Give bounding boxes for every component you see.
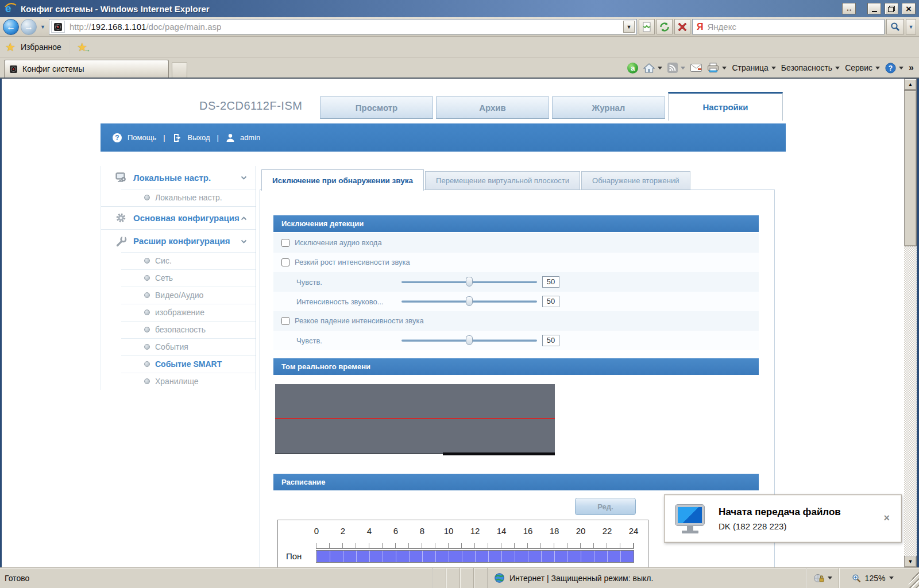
- logout-link[interactable]: Выход: [188, 133, 210, 142]
- logout-icon[interactable]: [172, 133, 183, 143]
- main-tab-3[interactable]: Настройки: [668, 92, 783, 121]
- device-model: DS-2CD6112F-ISM: [199, 99, 302, 113]
- slider-value-input[interactable]: 50: [542, 335, 559, 346]
- slider-value-input[interactable]: 50: [542, 296, 559, 307]
- main-tab-1[interactable]: Архив: [436, 96, 549, 119]
- print-button[interactable]: [707, 63, 727, 73]
- help-circle-icon[interactable]: ?: [112, 133, 122, 143]
- resize-button[interactable]: ↔: [842, 3, 856, 14]
- sidebar-item-0-0[interactable]: Локальные настр.: [101, 189, 256, 206]
- monitor-icon: [115, 172, 128, 183]
- content-tab-1[interactable]: Перемещение виртуальной плоскости: [425, 171, 580, 190]
- history-dropdown-icon[interactable]: ▼: [40, 24, 45, 30]
- checkbox-label: Исключения аудио входа: [295, 238, 382, 247]
- search-button[interactable]: [886, 19, 904, 34]
- resize-grip[interactable]: [906, 568, 919, 588]
- feeds-button[interactable]: [667, 63, 685, 73]
- checkbox-0[interactable]: [281, 239, 289, 247]
- menu-security[interactable]: Безопасность: [781, 63, 840, 72]
- sidebar-item-2-5[interactable]: События: [101, 338, 256, 355]
- help-button[interactable]: ?: [885, 63, 903, 74]
- slider-thumb[interactable]: [466, 277, 473, 287]
- back-button[interactable]: ←: [3, 19, 19, 35]
- change-view-pane[interactable]: [806, 568, 839, 588]
- slider-value-input[interactable]: 50: [542, 276, 559, 288]
- vertical-scrollbar[interactable]: ▲ ▼: [904, 79, 917, 567]
- restore-icon: [888, 6, 895, 12]
- avast-icon[interactable]: a: [627, 63, 638, 74]
- sidebar-group-0[interactable]: Локальные настр.: [101, 166, 256, 189]
- sidebar-group-2[interactable]: Расшир конфигурация: [101, 229, 256, 252]
- section-header-detection: Исключения детекции: [273, 215, 759, 232]
- forward-button[interactable]: →: [21, 19, 37, 35]
- content-tab-0[interactable]: Исключение при обнаружении звука: [261, 169, 424, 191]
- schedule-bar[interactable]: [316, 550, 634, 563]
- scrollbar-thumb[interactable]: [904, 90, 917, 246]
- browser-tab[interactable]: Конфиг системы: [4, 60, 169, 78]
- home-button[interactable]: [643, 63, 662, 73]
- slider-label: Чувств.: [296, 278, 397, 287]
- home-dropdown-icon[interactable]: [658, 67, 662, 69]
- sidebar-item-2-2[interactable]: Видео/Аудио: [101, 287, 256, 304]
- sidebar-item-2-1[interactable]: Сеть: [101, 269, 256, 287]
- overflow-chevron[interactable]: »: [909, 63, 913, 73]
- menu-tools[interactable]: Сервис: [845, 63, 880, 72]
- favorites-label[interactable]: Избранное: [21, 42, 61, 52]
- slider-track[interactable]: [401, 300, 537, 303]
- slider-track[interactable]: [401, 339, 537, 342]
- refresh-button[interactable]: [657, 19, 673, 34]
- sidebar-item-2-6[interactable]: Событие SMART: [101, 355, 256, 373]
- slider-thumb[interactable]: [466, 335, 473, 345]
- realtime-volume-chart: [275, 384, 555, 454]
- detection-row-4: Резкое падение интенсивности звука: [273, 311, 759, 331]
- content-tab-2[interactable]: Обнаружение вторжений: [581, 171, 690, 190]
- search-dropdown-button[interactable]: ▼: [906, 19, 916, 34]
- scroll-down-button[interactable]: ▼: [904, 556, 917, 567]
- separator: |: [217, 133, 219, 142]
- url-path: /doc/page/main.asp: [146, 22, 221, 32]
- restore-button[interactable]: [885, 3, 898, 14]
- feeds-dropdown-icon[interactable]: [681, 67, 685, 69]
- scroll-up-button[interactable]: ▲: [904, 79, 917, 90]
- close-button[interactable]: ×: [902, 3, 916, 14]
- checkbox-1[interactable]: [281, 258, 289, 266]
- sidebar-group-1[interactable]: Основная конфигурация: [101, 206, 256, 229]
- bullet-icon: [144, 275, 150, 281]
- help-link[interactable]: Помощь: [128, 133, 156, 142]
- sidebar-item-2-3[interactable]: изображение: [101, 304, 256, 321]
- day-label: Пон: [286, 551, 302, 561]
- menu-page[interactable]: Страница: [732, 63, 775, 72]
- mail-button[interactable]: [690, 64, 702, 72]
- minimize-button[interactable]: [867, 3, 881, 14]
- favorites-star-icon[interactable]: ★: [5, 41, 16, 53]
- sidebar-item-2-4[interactable]: безопасность: [101, 321, 256, 338]
- tools-dropdown-icon: [875, 67, 880, 69]
- main-tab-0[interactable]: Просмотр: [320, 96, 433, 119]
- sidebar-item-2-7[interactable]: Хранилище: [101, 373, 256, 390]
- checkbox-label: Резкий рост интенсивности звука: [295, 258, 410, 266]
- notification-close-icon[interactable]: ×: [883, 513, 890, 523]
- main-tab-2[interactable]: Журнал: [552, 96, 665, 119]
- svg-text:?: ?: [889, 64, 893, 72]
- address-dropdown-button[interactable]: ▼: [623, 21, 635, 33]
- print-dropdown-icon[interactable]: [722, 67, 727, 69]
- address-input[interactable]: http://192.168.1.101/doc/page/main.asp ▼: [49, 19, 637, 34]
- add-favorite-button[interactable]: ★→: [77, 41, 87, 53]
- yandex-icon: Я: [697, 22, 704, 32]
- sidebar-item-2-0[interactable]: Сис.: [101, 252, 256, 269]
- hour-label: 20: [576, 526, 586, 536]
- hour-label: 10: [444, 526, 454, 536]
- checkbox-4[interactable]: [281, 317, 289, 325]
- bullet-icon: [144, 310, 150, 315]
- slider-track[interactable]: [401, 281, 537, 283]
- search-input[interactable]: Я Яндекс: [692, 19, 885, 34]
- sidebar: Локальные настр.Локальные настр.Основная…: [101, 166, 256, 390]
- zoom-pane[interactable]: 125%: [839, 568, 906, 588]
- new-tab-stub[interactable]: [172, 63, 187, 78]
- compatibility-view-button[interactable]: [639, 19, 655, 34]
- ie-window: e Конфиг системы - Windows Internet Expl…: [0, 0, 919, 588]
- hour-label: 16: [523, 526, 533, 536]
- slider-thumb[interactable]: [466, 296, 473, 306]
- stop-button[interactable]: [674, 19, 690, 34]
- edit-schedule-button[interactable]: Ред.: [575, 498, 636, 515]
